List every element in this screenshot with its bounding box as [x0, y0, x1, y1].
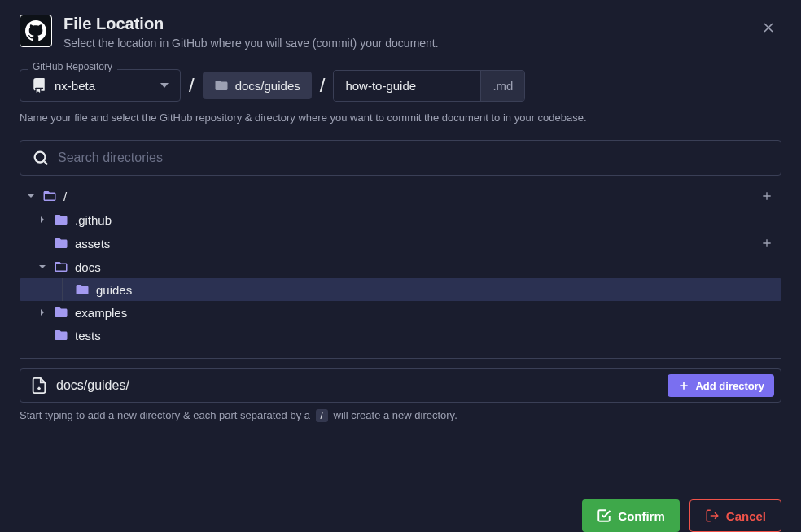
search-icon	[32, 149, 50, 167]
tree-item-docs[interactable]: docs	[20, 255, 781, 278]
chevron-right-icon	[37, 308, 47, 316]
directory-chip[interactable]: docs/guides	[203, 72, 312, 99]
tree-item-label: tests	[75, 329, 101, 342]
tree-item-label: docs	[75, 260, 101, 274]
repo-field-label: GitHub Repository	[28, 61, 117, 72]
new-directory-row: Add directory	[20, 368, 781, 403]
close-button[interactable]	[755, 15, 781, 41]
add-directory-button[interactable]: Add directory	[668, 374, 774, 397]
tree-root-label: /	[63, 190, 67, 203]
divider	[20, 358, 781, 359]
folder-icon	[214, 78, 229, 93]
tree-item-label: assets	[75, 237, 110, 251]
add-folder-icon[interactable]	[755, 188, 778, 204]
confirm-button[interactable]: Confirm	[582, 499, 680, 532]
folder-icon	[54, 305, 68, 320]
tree-item-guides[interactable]: guides	[20, 278, 781, 301]
dialog-title: File Location	[63, 15, 744, 33]
file-plus-icon	[30, 377, 48, 395]
repo-icon	[32, 78, 46, 93]
tree-item-examples[interactable]: examples	[20, 301, 781, 324]
cancel-button[interactable]: Cancel	[689, 499, 781, 532]
folder-icon	[54, 328, 68, 342]
tree-item-assets[interactable]: assets	[20, 231, 781, 255]
chevron-right-icon	[37, 216, 47, 224]
repo-selected-value: nx-beta	[55, 79, 152, 93]
chevron-down-icon	[26, 192, 36, 200]
helper-text: Name your file and select the GitHub rep…	[20, 111, 781, 124]
dialog-subtitle: Select the location in GitHub where you …	[63, 37, 744, 50]
path-separator: /	[320, 74, 326, 97]
chevron-down-icon	[37, 263, 47, 271]
search-input[interactable]	[58, 150, 769, 165]
new-directory-help: Start typing to add a new directory & ea…	[20, 409, 781, 422]
add-folder-icon[interactable]	[755, 235, 778, 251]
svg-point-0	[35, 152, 46, 163]
path-separator: /	[189, 74, 195, 97]
folder-open-icon	[42, 189, 57, 203]
confirm-label: Confirm	[618, 509, 665, 523]
check-icon	[597, 508, 611, 523]
exit-icon	[705, 508, 720, 523]
tree-item-tests[interactable]: tests	[20, 324, 781, 347]
search-box[interactable]	[20, 140, 781, 176]
directory-tree: / .github assets	[20, 184, 781, 347]
new-directory-input[interactable]	[56, 378, 659, 393]
folder-icon	[54, 212, 68, 227]
github-logo	[20, 15, 52, 47]
cancel-label: Cancel	[726, 509, 766, 523]
filename-input[interactable]	[334, 71, 480, 101]
tree-item-github[interactable]: .github	[20, 208, 781, 231]
tree-item-label: guides	[96, 283, 132, 297]
repo-select[interactable]: nx-beta	[20, 69, 181, 102]
folder-open-icon	[54, 259, 68, 274]
tree-item-label: .github	[75, 213, 112, 227]
filename-extension: .md	[480, 71, 524, 101]
chevron-down-icon	[160, 83, 169, 88]
directory-chip-label: docs/guides	[235, 79, 300, 93]
slash-chip: /	[316, 409, 328, 422]
tree-root[interactable]: /	[20, 184, 781, 208]
tree-item-label: examples	[75, 306, 127, 320]
folder-icon	[54, 236, 68, 251]
folder-icon	[75, 282, 90, 297]
add-directory-label: Add directory	[695, 380, 764, 392]
